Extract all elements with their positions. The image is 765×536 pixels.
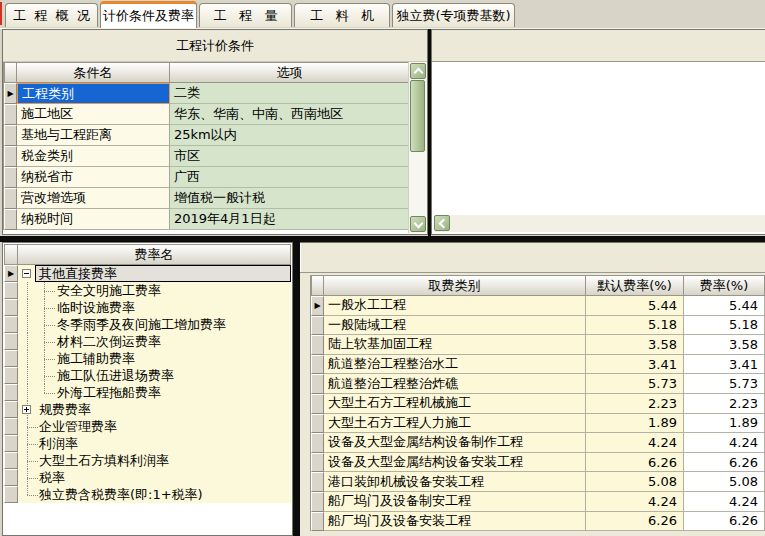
tree-item-label[interactable]: 施工队伍进退场费率 bbox=[55, 367, 176, 384]
fee-category-cell[interactable]: 设备及大型金属结构设备制作工程 bbox=[324, 433, 586, 453]
fee-category-cell[interactable]: 航道整治工程整治炸礁 bbox=[324, 374, 586, 394]
condition-option-cell[interactable]: 市区 bbox=[170, 146, 410, 167]
rate-cell[interactable]: 4.24 bbox=[684, 492, 765, 512]
expander-plus-icon[interactable] bbox=[22, 405, 31, 414]
fee-category-cell[interactable]: 船厂坞门及设备安装工程 bbox=[324, 512, 586, 532]
rate-cell[interactable]: 5.44 bbox=[684, 296, 765, 316]
tree-item-label[interactable]: 安全文明施工费率 bbox=[55, 282, 163, 299]
scroll-down-button[interactable] bbox=[410, 216, 426, 232]
default-rate-cell[interactable]: 5.18 bbox=[586, 316, 684, 336]
tab-3[interactable]: 工 程 量 bbox=[199, 3, 292, 27]
rate-table-row[interactable]: 航道整治工程整治炸礁 5.73 5.73 bbox=[311, 374, 765, 394]
rate-tree-cell[interactable]: 企业管理费率 bbox=[18, 418, 291, 435]
rate-tree-row[interactable]: 企业管理费率 bbox=[4, 418, 291, 435]
default-rate-cell[interactable]: 3.58 bbox=[586, 335, 684, 355]
default-rate-cell[interactable]: 6.26 bbox=[586, 512, 684, 532]
rate-tree-row[interactable]: 冬季雨季及夜间施工增加费率 bbox=[4, 316, 291, 333]
tree-item-label[interactable]: 施工辅助费率 bbox=[55, 350, 137, 367]
scroll-left-button[interactable] bbox=[434, 215, 450, 231]
rate-table-row[interactable]: 一般陆域工程 5.18 5.18 bbox=[311, 316, 765, 336]
default-rate-cell[interactable]: 6.26 bbox=[586, 453, 684, 473]
rate-tree-cell[interactable]: 冬季雨季及夜间施工增加费率 bbox=[18, 316, 291, 333]
scroll-up-button[interactable] bbox=[410, 63, 426, 79]
tree-item-label[interactable]: 税率 bbox=[37, 469, 67, 486]
tab-5[interactable]: 独立费(专项费基数) bbox=[392, 3, 515, 27]
rate-table-row[interactable]: 船厂坞门及设备制安工程 4.24 4.24 bbox=[311, 492, 765, 512]
tab-2[interactable]: 计价条件及费率 bbox=[100, 1, 197, 28]
rate-tree-row[interactable]: 税率 bbox=[4, 469, 291, 486]
expander-minus-icon[interactable] bbox=[22, 269, 31, 278]
fee-category-cell[interactable]: 一般水工工程 bbox=[324, 296, 586, 316]
scrollbar-thumb[interactable] bbox=[410, 80, 425, 152]
rate-tree-row[interactable]: 安全文明施工费率 bbox=[4, 282, 291, 299]
rate-cell[interactable]: 3.58 bbox=[684, 335, 765, 355]
condition-name-cell[interactable]: 基地与工程距离 bbox=[17, 125, 170, 146]
tree-item-label[interactable]: 规费费率 bbox=[37, 401, 93, 418]
rate-cell[interactable]: 6.26 bbox=[684, 512, 765, 532]
rate-tree-row[interactable]: ▶ 其他直接费率 bbox=[4, 265, 291, 282]
rate-cell[interactable]: 5.08 bbox=[684, 472, 765, 492]
default-rate-cell[interactable]: 5.08 bbox=[586, 472, 684, 492]
fee-category-cell[interactable]: 陆上软基加固工程 bbox=[324, 335, 586, 355]
rate-cell[interactable]: 2.23 bbox=[684, 394, 765, 414]
condition-row[interactable]: 纳税时间 2019年4月1日起 bbox=[4, 209, 410, 230]
fee-category-cell[interactable]: 港口装卸机械设备安装工程 bbox=[324, 472, 586, 492]
condition-option-cell[interactable]: 广西 bbox=[170, 167, 410, 188]
rate-tree-cell[interactable]: 外海工程拖船费率 bbox=[18, 384, 291, 401]
condition-row[interactable]: ▶ 工程类别 二类 bbox=[4, 83, 410, 104]
rate-table-row[interactable]: 航道整治工程整治水工 3.41 3.41 bbox=[311, 355, 765, 375]
tree-item-label[interactable]: 冬季雨季及夜间施工增加费率 bbox=[55, 316, 228, 333]
rate-cell[interactable]: 5.73 bbox=[684, 374, 765, 394]
rate-cell[interactable]: 4.24 bbox=[684, 433, 765, 453]
rate-table-row[interactable]: 设备及大型金属结构设备安装工程 6.26 6.26 bbox=[311, 453, 765, 473]
tree-item-label[interactable]: 利润率 bbox=[37, 435, 80, 452]
rate-table-row[interactable]: 设备及大型金属结构设备制作工程 4.24 4.24 bbox=[311, 433, 765, 453]
fee-category-cell[interactable]: 航道整治工程整治水工 bbox=[324, 355, 586, 375]
default-rate-cell[interactable]: 1.89 bbox=[586, 414, 684, 434]
tree-item-label[interactable]: 企业管理费率 bbox=[37, 418, 119, 435]
rate-tree-row[interactable]: 材料二次倒运费率 bbox=[4, 333, 291, 350]
fee-category-cell[interactable]: 设备及大型金属结构设备安装工程 bbox=[324, 453, 586, 473]
condition-name-cell[interactable]: 工程类别 bbox=[17, 83, 170, 104]
fee-category-cell[interactable]: 船厂坞门及设备制安工程 bbox=[324, 492, 586, 512]
condition-option-cell[interactable]: 2019年4月1日起 bbox=[170, 209, 410, 230]
default-rate-cell[interactable]: 4.24 bbox=[586, 433, 684, 453]
rate-table-row[interactable]: 大型土石方工程人力施工 1.89 1.89 bbox=[311, 414, 765, 434]
rate-tree-cell[interactable]: 大型土石方填料利润率 bbox=[18, 452, 291, 469]
condition-row[interactable]: 基地与工程距离 25km以内 bbox=[4, 125, 410, 146]
condition-option-cell[interactable]: 华东、华南、中南、西南地区 bbox=[170, 104, 410, 125]
condition-name-cell[interactable]: 营改增选项 bbox=[17, 188, 170, 209]
fee-category-cell[interactable]: 一般陆域工程 bbox=[324, 316, 586, 336]
rate-table-row[interactable]: 港口装卸机械设备安装工程 5.08 5.08 bbox=[311, 472, 765, 492]
rate-tree-row[interactable]: 施工辅助费率 bbox=[4, 350, 291, 367]
condition-name-cell[interactable]: 税金类别 bbox=[17, 146, 170, 167]
condition-name-cell[interactable]: 纳税时间 bbox=[17, 209, 170, 230]
condition-row[interactable]: 税金类别 市区 bbox=[4, 146, 410, 167]
rate-tree-cell[interactable]: 临时设施费率 bbox=[18, 299, 291, 316]
condition-row[interactable]: 营改增选项 增值税一般计税 bbox=[4, 188, 410, 209]
default-rate-cell[interactable]: 5.73 bbox=[586, 374, 684, 394]
tree-item-label[interactable]: 大型土石方填料利润率 bbox=[37, 452, 171, 469]
rate-tree-row[interactable]: 独立费含税费率(即:1+税率) bbox=[4, 486, 291, 503]
rate-table-row[interactable]: 大型土石方工程机械施工 2.23 2.23 bbox=[311, 394, 765, 414]
condition-option-cell[interactable]: 增值税一般计税 bbox=[170, 188, 410, 209]
condition-row[interactable]: 施工地区 华东、华南、中南、西南地区 bbox=[4, 104, 410, 125]
rate-table-row[interactable]: 船厂坞门及设备安装工程 6.26 6.26 bbox=[311, 512, 765, 532]
rate-tree-cell[interactable]: 税率 bbox=[18, 469, 291, 486]
condition-name-cell[interactable]: 施工地区 bbox=[17, 104, 170, 125]
fee-category-cell[interactable]: 大型土石方工程机械施工 bbox=[324, 394, 586, 414]
rate-tree-row[interactable]: 外海工程拖船费率 bbox=[4, 384, 291, 401]
rate-tree-row[interactable]: 施工队伍进退场费率 bbox=[4, 367, 291, 384]
rate-tree-cell[interactable]: 材料二次倒运费率 bbox=[18, 333, 291, 350]
default-rate-cell[interactable]: 4.24 bbox=[586, 492, 684, 512]
rate-tree-cell[interactable]: 安全文明施工费率 bbox=[18, 282, 291, 299]
rate-cell[interactable]: 1.89 bbox=[684, 414, 765, 434]
rate-tree-cell[interactable]: 独立费含税费率(即:1+税率) bbox=[18, 486, 291, 503]
rate-table-row[interactable]: ▶ 一般水工工程 5.44 5.44 bbox=[311, 296, 765, 316]
rate-tree-cell[interactable]: 施工队伍进退场费率 bbox=[18, 367, 291, 384]
detail-horizontal-scrollbar[interactable] bbox=[434, 215, 765, 232]
vertical-splitter-lower[interactable] bbox=[293, 242, 300, 536]
rate-tree-cell[interactable]: 其他直接费率 bbox=[18, 265, 291, 282]
fee-category-cell[interactable]: 大型土石方工程人力施工 bbox=[324, 414, 586, 434]
rate-cell[interactable]: 6.26 bbox=[684, 453, 765, 473]
